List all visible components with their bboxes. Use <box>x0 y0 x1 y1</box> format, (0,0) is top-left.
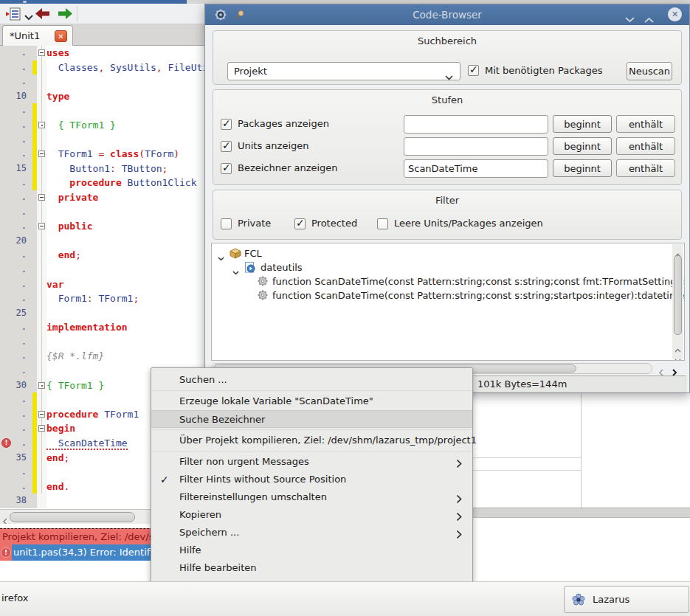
with-packages-checkbox[interactable] <box>468 65 479 76</box>
code-line[interactable]: . <box>0 205 204 220</box>
code-line[interactable]: . <box>0 263 204 277</box>
menu-item[interactable]: ✓Filter Hints without Source Position <box>151 471 472 488</box>
code-line[interactable]: 25 <box>0 306 204 321</box>
fold-gutter[interactable] <box>37 147 46 162</box>
menu-item[interactable]: Hilfe bearbeiten <box>151 559 472 577</box>
menu-item[interactable]: Kopieren <box>151 506 472 524</box>
code-line[interactable]: .uses <box>0 46 204 60</box>
fold-marker-icon[interactable] <box>38 49 45 56</box>
filter-checkbox[interactable] <box>377 218 388 229</box>
fold-gutter[interactable] <box>37 133 46 148</box>
code-line[interactable]: .implementation <box>0 320 204 335</box>
jump-to-list-icon[interactable] <box>5 7 23 24</box>
fold-gutter[interactable] <box>37 465 46 480</box>
dialog-titlebar[interactable]: Code-Browser ✕ <box>205 4 689 25</box>
code-line[interactable]: . <box>0 103 204 118</box>
fold-gutter[interactable] <box>37 407 46 422</box>
level-filter-input[interactable] <box>404 115 548 134</box>
fold-gutter[interactable] <box>37 494 46 508</box>
tab-unit1[interactable]: *Unit1 ✕ <box>2 25 73 46</box>
code-line[interactable]: . public <box>0 219 204 234</box>
fold-gutter[interactable] <box>37 60 46 75</box>
tree-vertical-scrollbar[interactable] <box>672 244 683 359</box>
menu-item[interactable]: Erzeuge lokale Variable "ScanDateTime" <box>151 392 472 410</box>
tree-node[interactable]: dateutils <box>212 260 684 274</box>
level-checkbox[interactable] <box>221 119 232 130</box>
tree-vscroll-thumb[interactable] <box>674 255 682 335</box>
level-filter-input[interactable] <box>404 159 548 178</box>
fold-gutter[interactable] <box>37 349 46 364</box>
menu-item[interactable]: Filter non urgent Messages <box>151 453 472 471</box>
code-browser-tree[interactable]: FCLdateutilsfunction ScanDateTime(const … <box>211 243 685 361</box>
fold-gutter[interactable] <box>37 219 46 234</box>
scroll-down-icon[interactable] <box>675 352 681 361</box>
code-line[interactable]: . Form1: TForm1; <box>0 291 204 306</box>
filter-checkbox[interactable] <box>221 218 232 229</box>
tree-expand-icon[interactable] <box>218 251 224 260</box>
fold-gutter[interactable] <box>37 364 46 378</box>
begins-button[interactable]: beginnt <box>553 115 612 133</box>
editor-hscroll-thumb[interactable] <box>10 512 135 522</box>
menu-item[interactable]: Hilfe <box>151 541 472 559</box>
tab-close-icon[interactable]: ✕ <box>55 30 67 42</box>
fold-gutter[interactable] <box>37 118 46 133</box>
level-filter-input[interactable] <box>404 137 548 156</box>
close-icon[interactable]: ✕ <box>668 7 682 21</box>
fold-gutter[interactable] <box>37 46 46 60</box>
code-line[interactable]: . { TForm1 } <box>0 118 204 133</box>
fold-gutter[interactable] <box>37 436 46 451</box>
dropdown-chevron-icon[interactable] <box>24 10 33 24</box>
code-line[interactable]: 20 <box>0 234 204 249</box>
code-line[interactable]: . procedure Button1Click <box>0 176 204 190</box>
taskbar-item-lazarus[interactable]: Lazarus <box>564 586 689 613</box>
fold-gutter[interactable] <box>37 103 46 118</box>
fold-gutter[interactable] <box>37 421 46 436</box>
fold-gutter[interactable] <box>37 480 46 494</box>
filter-checkbox[interactable] <box>294 218 306 229</box>
fold-gutter[interactable] <box>37 335 46 350</box>
code-line[interactable]: . <box>0 335 204 350</box>
fold-gutter[interactable] <box>37 75 46 89</box>
fold-gutter[interactable] <box>37 234 46 249</box>
fold-marker-icon[interactable] <box>38 150 45 157</box>
code-line[interactable]: . <box>0 133 204 148</box>
rescan-button[interactable]: Neuscan <box>627 62 672 80</box>
tree-expand-icon[interactable] <box>232 265 239 274</box>
contains-button[interactable]: enthält <box>616 115 675 133</box>
shade-chevron-up-icon[interactable] <box>644 12 654 26</box>
menu-item[interactable]: Filtereinstellungen umschalten <box>151 488 472 506</box>
code-line[interactable]: . TForm1 = class(TForm) <box>0 147 204 162</box>
menu-item[interactable]: Suchen ... <box>151 371 472 389</box>
contains-button[interactable]: enthält <box>616 137 675 155</box>
fold-gutter[interactable] <box>37 176 46 190</box>
fold-gutter[interactable] <box>37 306 46 321</box>
level-checkbox[interactable] <box>221 163 232 174</box>
scope-combobox[interactable]: Projekt <box>227 62 460 80</box>
fold-gutter[interactable] <box>37 320 46 335</box>
code-line[interactable]: .var <box>0 277 204 292</box>
fold-marker-icon[interactable] <box>38 223 45 229</box>
fold-marker-icon[interactable] <box>38 411 45 418</box>
code-line[interactable]: . Classes, SysUtils, FileUtil <box>0 60 204 75</box>
tree-node[interactable]: function ScanDateTime(const Pattern:stri… <box>212 288 684 302</box>
code-line[interactable]: 15 Button1: TButton; <box>0 162 204 176</box>
fold-gutter[interactable] <box>37 392 46 407</box>
code-line[interactable]: . <box>0 75 204 89</box>
level-checkbox[interactable] <box>221 141 232 152</box>
code-line[interactable]: .{$R *.lfm} <box>0 349 204 364</box>
fold-gutter[interactable] <box>37 378 46 393</box>
fold-gutter[interactable] <box>37 277 46 292</box>
contains-button[interactable]: enthält <box>616 159 675 177</box>
back-arrow-icon[interactable] <box>35 8 50 22</box>
fold-gutter[interactable] <box>37 190 46 205</box>
tree-node[interactable]: function ScanDateTime(const Pattern:stri… <box>212 274 684 288</box>
fold-gutter[interactable] <box>37 263 46 277</box>
fold-gutter[interactable] <box>37 205 46 220</box>
fold-gutter[interactable] <box>37 89 46 104</box>
fold-gutter[interactable] <box>37 248 46 263</box>
code-line[interactable]: 10type <box>0 89 204 104</box>
fold-marker-icon[interactable] <box>38 194 45 201</box>
code-line[interactable]: . private <box>0 190 204 205</box>
forward-arrow-icon[interactable] <box>58 8 72 22</box>
shade-chevron-down-icon[interactable] <box>625 12 635 26</box>
